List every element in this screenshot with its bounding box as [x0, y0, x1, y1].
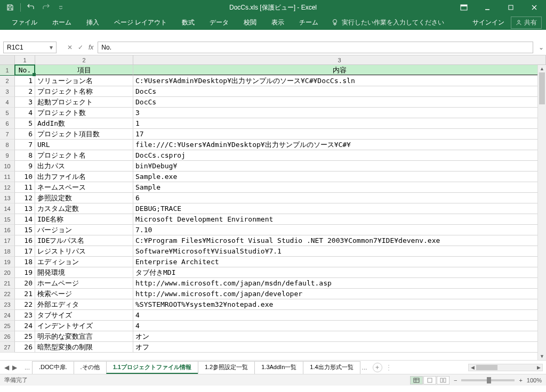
redo-button[interactable] — [40, 2, 52, 13]
cell[interactable]: 25 — [15, 331, 35, 341]
hscroll-left-icon[interactable]: ◀ — [469, 365, 476, 370]
row-header[interactable]: 3 — [0, 86, 15, 97]
tab-team[interactable]: チーム — [292, 15, 326, 30]
col-header-2[interactable]: 2 — [35, 55, 133, 64]
hscroll-thumb[interactable] — [476, 365, 497, 370]
cell[interactable]: 起動プロジェクト — [35, 97, 133, 107]
chevron-down-icon[interactable]: ▾ — [50, 44, 53, 51]
cell[interactable]: 内容 — [133, 65, 546, 75]
row-header[interactable]: 16 — [0, 225, 15, 235]
tab-data[interactable]: データ — [202, 15, 236, 30]
cell[interactable]: ネームスペース — [35, 182, 133, 192]
cell[interactable]: 11 — [15, 182, 35, 192]
tab-view[interactable]: 表示 — [264, 15, 292, 30]
cell[interactable]: プロジェクト名 — [35, 150, 133, 160]
row-header[interactable]: 26 — [0, 331, 15, 342]
cell[interactable]: 12 — [15, 193, 35, 203]
cell[interactable]: Sample — [133, 182, 546, 192]
scroll-down-icon[interactable]: ▼ — [538, 353, 546, 360]
cell[interactable]: 開発環境 — [35, 267, 133, 277]
cell[interactable]: 4 — [133, 310, 546, 320]
tab-more-right[interactable]: ... — [360, 364, 370, 371]
tell-me-search[interactable]: 実行したい作業を入力してください — [331, 18, 444, 27]
col-header-3[interactable]: 3 — [133, 55, 546, 64]
ribbon-display-button[interactable] — [452, 0, 476, 15]
cell[interactable]: DocCs — [133, 86, 546, 96]
fx-icon[interactable]: fx — [89, 44, 93, 51]
select-all-corner[interactable] — [0, 55, 15, 64]
view-normal-button[interactable] — [410, 376, 423, 385]
cell[interactable]: Microsoft Development Environment — [133, 214, 546, 224]
zoom-slider[interactable] — [461, 379, 515, 381]
cell[interactable]: レジストリパス — [35, 246, 133, 256]
cell[interactable]: http://www.microsoft.com/japan/developer — [133, 289, 546, 299]
scroll-up-icon[interactable]: ▲ — [538, 65, 546, 72]
row-header[interactable]: 18 — [0, 246, 15, 257]
cell[interactable]: 22 — [15, 299, 35, 309]
row-header[interactable]: 7 — [0, 129, 15, 140]
row-header[interactable]: 1 — [0, 65, 15, 76]
cell[interactable]: 9 — [15, 161, 35, 171]
row-header[interactable]: 11 — [0, 172, 15, 182]
maximize-button[interactable] — [499, 0, 523, 15]
cell[interactable]: DocCs — [133, 97, 546, 107]
tab-more-left[interactable]: ... — [22, 364, 32, 371]
tab-scroll-left[interactable]: ◀ — [3, 364, 10, 371]
tab-scroll-right[interactable]: ▶ — [11, 364, 18, 371]
cell[interactable]: 3 — [15, 97, 35, 107]
cell[interactable]: Software¥Microsoft¥VisualStudio¥7.1 — [133, 246, 546, 256]
close-button[interactable] — [523, 0, 546, 15]
cell[interactable]: 5 — [15, 118, 35, 128]
row-header[interactable]: 13 — [0, 193, 15, 203]
cell[interactable]: バージョン — [35, 225, 133, 235]
cell[interactable]: 17 — [133, 129, 546, 139]
tab-review[interactable]: 校閲 — [236, 15, 264, 30]
cell[interactable]: AddIn数 — [35, 118, 133, 128]
cell[interactable]: IDE名称 — [35, 214, 133, 224]
row-header[interactable]: 2 — [0, 76, 15, 86]
cell[interactable]: 23 — [15, 310, 35, 320]
signin-link[interactable]: サインイン — [472, 18, 504, 27]
cell[interactable]: 出力パス — [35, 161, 133, 171]
save-button[interactable] — [4, 2, 16, 13]
cell[interactable]: 21 — [15, 289, 35, 299]
sheet-tab[interactable]: 1.2参照設定一覧 — [198, 361, 255, 374]
scroll-thumb[interactable] — [539, 72, 545, 104]
row-header[interactable]: 22 — [0, 289, 15, 299]
cell[interactable]: 7.10 — [133, 225, 546, 235]
cell[interactable]: 14 — [15, 214, 35, 224]
undo-button[interactable] — [25, 2, 37, 13]
row-header[interactable]: 10 — [0, 161, 15, 172]
hscroll-right-icon[interactable]: ▶ — [535, 365, 542, 370]
cell[interactable]: 6 — [133, 193, 546, 203]
cell[interactable]: オフ — [133, 342, 546, 352]
row-header[interactable]: 4 — [0, 97, 15, 108]
cell[interactable]: 20 — [15, 278, 35, 288]
cell[interactable]: 8 — [15, 150, 35, 160]
row-header[interactable]: 19 — [0, 257, 15, 267]
row-header[interactable]: 6 — [0, 118, 15, 129]
cell[interactable]: http://www.microsoft.com/japan/msdn/defa… — [133, 278, 546, 288]
row-header[interactable]: 25 — [0, 321, 15, 331]
cell[interactable]: インデントサイズ — [35, 321, 133, 331]
cell[interactable]: Enterprise Architect — [133, 257, 546, 267]
cell[interactable]: プロジェクト数 — [35, 108, 133, 118]
cell[interactable]: Sample.exe — [133, 172, 546, 182]
zoom-out-button[interactable]: − — [454, 377, 457, 383]
row-header[interactable]: 24 — [0, 310, 15, 321]
cell[interactable]: 項目 — [35, 65, 133, 75]
cancel-formula-icon[interactable]: ✕ — [67, 44, 73, 51]
cell[interactable]: 26 — [15, 342, 35, 352]
cell[interactable]: 16 — [15, 235, 35, 246]
cell[interactable]: オン — [133, 331, 546, 341]
cell[interactable]: IDEフルパス名 — [35, 235, 133, 246]
cell[interactable]: タブサイズ — [35, 310, 133, 320]
row-header[interactable]: 8 — [0, 140, 15, 150]
cell[interactable]: 出力ファイル名 — [35, 172, 133, 182]
cell[interactable]: 6 — [15, 129, 35, 139]
view-pagelayout-button[interactable] — [423, 376, 436, 385]
cell[interactable]: file:///C:¥Users¥Admin¥Desktop¥出力サンプルのソー… — [133, 140, 546, 150]
horizontal-scrollbar[interactable]: ◀ ▶ — [468, 364, 543, 371]
cell[interactable]: 4 — [133, 321, 546, 331]
cell[interactable]: 暗黙型変換の制限 — [35, 342, 133, 352]
